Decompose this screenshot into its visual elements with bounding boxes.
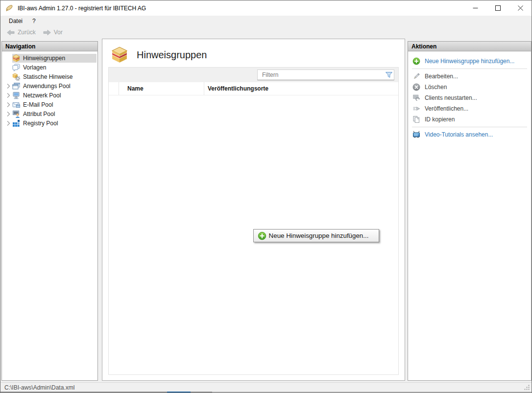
main-header: Hinweisgruppen — [111, 46, 207, 63]
column-header-name[interactable]: Name — [119, 82, 204, 95]
taskbar-edge-light — [212, 392, 532, 393]
action-loeschen[interactable]: Löschen — [411, 82, 528, 92]
action-video-tutorials[interactable]: Video-Tutorials ansehen... — [411, 129, 528, 140]
taskbar-edge-blue — [167, 392, 191, 393]
separator — [412, 127, 527, 127]
chevron-right-icon[interactable] — [4, 101, 12, 109]
menu-item-datei[interactable]: Datei — [4, 17, 27, 25]
table-header: Name Veröffentlichungsorte — [109, 82, 398, 95]
app-window: IBI-aws Admin 1.27.0 - registriert für I… — [0, 0, 532, 393]
filter-row — [109, 68, 398, 82]
nav-item-label: E-Mail Pool — [23, 101, 53, 108]
maximize-icon — [495, 5, 501, 11]
nav-item-attribut-pool[interactable]: Attribut Pool — [2, 110, 97, 118]
actions-list: Neue Hinweisgruppe hinzufügen... Bearbei… — [408, 51, 531, 140]
ibi-aws-app-icon — [5, 4, 13, 12]
add-notice-group-label: Neue Hinweisgruppe hinzufügen... — [266, 232, 371, 239]
resize-grip[interactable] — [524, 384, 530, 391]
templates-icon — [12, 64, 20, 71]
action-veroeffentlichen[interactable]: Veröffentlichen... — [411, 103, 528, 114]
delete-circle-icon — [412, 83, 420, 91]
nav-item-anwendungs-pool[interactable]: Anwendungs Pool — [2, 82, 97, 91]
chevron-right-icon[interactable] — [4, 82, 12, 90]
close-icon — [518, 5, 523, 11]
forward-button[interactable]: Vor — [39, 28, 66, 37]
email-pool-icon — [12, 101, 20, 109]
registry-pool-icon — [12, 119, 20, 127]
action-id-kopieren[interactable]: ID kopieren — [411, 114, 528, 125]
nav-item-label: Registry Pool — [23, 120, 58, 127]
window-title: IBI-aws Admin 1.27.0 - registriert für I… — [18, 5, 146, 12]
edit-pencil-icon — [412, 72, 420, 80]
close-button[interactable] — [509, 0, 532, 16]
action-bearbeiten[interactable]: Bearbeiten... — [411, 71, 528, 82]
notice-groups-icon — [111, 46, 128, 63]
title-bar: IBI-aws Admin 1.27.0 - registriert für I… — [0, 0, 532, 16]
chevron-right-icon[interactable] — [4, 110, 12, 118]
back-arrow-icon — [6, 29, 15, 36]
nav-item-label: Netzwerk Pool — [23, 92, 61, 99]
menu-bar: Datei ? — [0, 16, 532, 26]
nav-item-email-pool[interactable]: E-Mail Pool — [2, 100, 97, 109]
notice-groups-list: Name Veröffentlichungsorte — [108, 67, 399, 375]
add-circle-icon — [258, 231, 266, 240]
nav-item-hinweisgruppen[interactable]: Hinweisgruppen — [2, 54, 97, 63]
table-header-gutter — [109, 82, 119, 95]
chevron-right-icon[interactable] — [4, 119, 12, 127]
status-bar: C:\IBI-aws\Admin\Data.xml — [0, 382, 532, 393]
publish-icon — [412, 105, 420, 113]
chevron-right-icon[interactable] — [4, 92, 12, 99]
network-pool-icon — [12, 92, 20, 99]
main-content-panel: Hinweisgruppen Name Veröffentlichungsort… — [102, 39, 405, 381]
nav-item-label: Attribut Pool — [23, 111, 55, 117]
nav-item-statische-hinweise[interactable]: Statische Hinweise — [2, 72, 97, 81]
page-title: Hinweisgruppen — [137, 49, 207, 61]
maximize-button[interactable] — [486, 0, 509, 16]
separator — [412, 69, 527, 69]
back-button[interactable]: Zurück — [3, 28, 39, 37]
actions-panel: Aktionen Neue Hinweisgruppe hinzufügen..… — [408, 41, 532, 381]
nav-item-label: Statische Hinweise — [23, 73, 73, 80]
filter-funnel-icon — [385, 71, 393, 79]
static-notices-icon — [12, 73, 20, 81]
navigation-toolbar: Zurück Vor — [0, 26, 532, 39]
nav-item-label: Anwendungs Pool — [23, 83, 71, 90]
add-circle-icon — [412, 57, 420, 65]
action-add-notice-group[interactable]: Neue Hinweisgruppe hinzufügen... — [411, 56, 528, 67]
menu-item-help[interactable]: ? — [27, 17, 41, 25]
filter-input[interactable] — [258, 71, 384, 78]
nav-item-vorlagen[interactable]: Vorlagen — [2, 63, 97, 72]
nav-item-label: Hinweisgruppen — [23, 55, 65, 62]
nav-item-registry-pool[interactable]: Registry Pool — [2, 119, 97, 128]
navigation-panel-header: Navigation — [2, 42, 97, 51]
taskbar-edge — [0, 392, 532, 393]
restart-clients-icon — [412, 94, 420, 102]
action-clients-neustarten[interactable]: Clients neustarten... — [411, 92, 528, 103]
nav-item-label: Vorlagen — [23, 64, 46, 71]
copy-id-icon — [412, 116, 420, 123]
back-button-label: Zurück — [18, 29, 36, 36]
column-header-veroeffentlichungsorte[interactable]: Veröffentlichungsorte — [204, 82, 398, 95]
filter-box — [257, 69, 394, 80]
navigation-tree: Hinweisgruppen Vorlagen — [2, 51, 97, 128]
window-controls — [464, 0, 532, 16]
nav-item-netzwerk-pool[interactable]: Netzwerk Pool — [2, 91, 97, 100]
status-file-path: C:\IBI-aws\Admin\Data.xml — [4, 384, 74, 391]
actions-panel-header: Aktionen — [408, 42, 531, 51]
notice-groups-icon — [12, 54, 20, 62]
filter-button[interactable] — [384, 70, 394, 80]
video-tutorials-icon — [412, 131, 420, 139]
forward-arrow-icon — [43, 29, 51, 36]
forward-button-label: Vor — [54, 29, 63, 36]
navigation-panel: Navigation Hinweisgruppen — [1, 41, 98, 381]
add-notice-group-floating-button[interactable]: Neue Hinweisgruppe hinzufügen... — [253, 229, 379, 242]
minimize-icon — [473, 5, 478, 11]
attribute-pool-icon — [12, 110, 20, 118]
application-pool-icon — [12, 82, 20, 90]
minimize-button[interactable] — [464, 0, 486, 16]
